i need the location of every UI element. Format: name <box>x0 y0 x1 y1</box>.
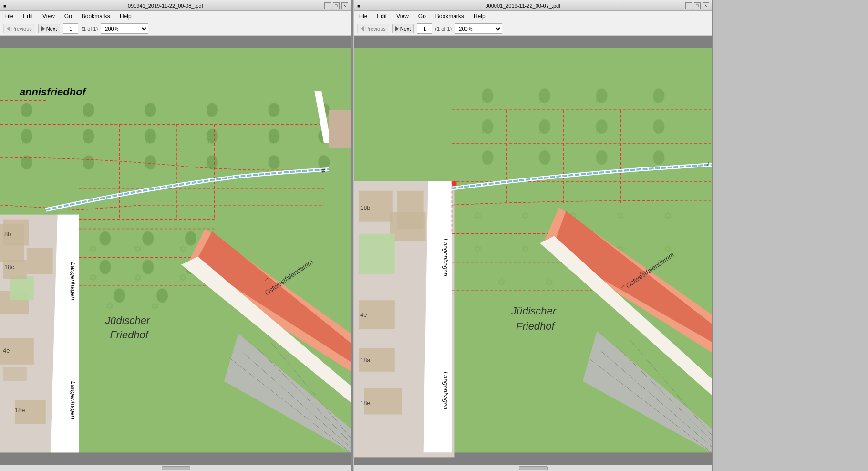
right-title-bar-left: ■ <box>357 3 361 9</box>
left-page-input[interactable] <box>63 23 78 34</box>
right-next-button[interactable]: Next <box>392 24 414 33</box>
svg-text:✡: ✡ <box>88 243 97 255</box>
svg-text:⊓: ⊓ <box>653 96 658 104</box>
svg-text:≠: ≠ <box>321 167 325 174</box>
right-padding <box>713 0 868 471</box>
right-scrollbar[interactable] <box>354 465 712 471</box>
right-prev-arrow-icon <box>361 26 364 31</box>
svg-text:4e: 4e <box>360 311 367 318</box>
svg-marker-83 <box>424 181 452 452</box>
svg-text:✡: ✡ <box>150 300 159 312</box>
left-scrollbar[interactable] <box>0 465 351 471</box>
left-toolbar: Previous Next (1 of 1) 200% 150% 100% 75… <box>0 21 351 36</box>
left-menu-help[interactable]: Help <box>118 12 134 21</box>
svg-rect-8 <box>10 276 34 300</box>
left-menu-go[interactable]: Go <box>62 12 74 21</box>
right-menu-go[interactable]: Go <box>416 12 428 21</box>
svg-text:⊓: ⊓ <box>482 127 487 135</box>
right-menu-file[interactable]: File <box>356 12 369 21</box>
svg-text:✡: ✡ <box>616 210 625 222</box>
left-zoom-select[interactable]: 200% 150% 100% 75% <box>101 23 148 34</box>
window-separator <box>351 0 353 471</box>
svg-text:Friedhof: Friedhof <box>110 329 149 341</box>
left-minimize-button[interactable]: _ <box>324 2 331 9</box>
svg-text:✡: ✡ <box>179 272 187 283</box>
svg-text:Langenhagen: Langenhagen <box>70 381 77 419</box>
svg-text:✡: ✡ <box>521 210 529 222</box>
right-pdf-window: ■ 000001_2019-11-22_00-07_.pdf _ □ × Fil… <box>354 0 713 471</box>
svg-rect-123 <box>452 181 456 186</box>
left-next-arrow-icon <box>41 26 45 31</box>
right-zoom-select[interactable]: 200% 150% 100% 75% <box>455 23 502 34</box>
right-map-svg: ⊓ ⊓ ⊓ ⊓ ⊓ ⊓ ⊓ ✡ ✡ ✡ ✡ ✡ ✡ ✡ ✡ ✡ ✡ <box>354 36 712 465</box>
svg-point-98 <box>653 119 664 134</box>
right-previous-button[interactable]: Previous <box>357 24 389 33</box>
svg-text:⊓: ⊓ <box>539 127 544 135</box>
left-previous-button[interactable]: Previous <box>3 24 35 33</box>
svg-point-30 <box>268 155 279 169</box>
svg-text:⊓: ⊓ <box>84 111 89 118</box>
svg-point-36 <box>142 260 154 274</box>
left-next-button[interactable]: Next <box>38 24 61 33</box>
right-map-content: ⊓ ⊓ ⊓ ⊓ ⊓ ⊓ ⊓ ✡ ✡ ✡ ✡ ✡ ✡ ✡ ✡ ✡ ✡ <box>354 36 712 465</box>
svg-point-101 <box>596 150 608 165</box>
svg-text:✡: ✡ <box>545 276 553 288</box>
left-previous-label: Previous <box>11 26 32 31</box>
left-menu-view[interactable]: View <box>41 12 57 21</box>
svg-rect-87 <box>359 234 395 274</box>
right-menu-view[interactable]: View <box>394 12 411 21</box>
right-close-button[interactable]: × <box>703 2 709 9</box>
svg-rect-12 <box>3 367 27 381</box>
right-maximize-button[interactable]: □ <box>694 2 701 9</box>
svg-text:✡: ✡ <box>473 243 482 255</box>
left-close-button[interactable]: × <box>341 2 348 9</box>
svg-text:8b: 8b <box>4 230 11 238</box>
right-page-input[interactable] <box>417 23 432 34</box>
left-menu-bookmarks[interactable]: Bookmarks <box>80 12 112 21</box>
svg-text:⊓: ⊓ <box>145 111 151 118</box>
svg-text:✡: ✡ <box>134 272 142 283</box>
svg-point-99 <box>482 150 493 165</box>
left-menu-file[interactable]: File <box>2 12 15 21</box>
right-title-bar: ■ 000001_2019-11-22_00-07_.pdf _ □ × <box>354 0 712 11</box>
svg-text:Jüdischer: Jüdischer <box>511 305 557 317</box>
svg-point-102 <box>653 150 664 165</box>
svg-rect-80 <box>329 110 351 148</box>
svg-text:18e: 18e <box>360 399 371 407</box>
left-menu-edit[interactable]: Edit <box>21 12 35 21</box>
svg-point-29 <box>207 155 218 169</box>
left-maximize-button[interactable]: □ <box>333 2 340 9</box>
svg-text:Friedhof: Friedhof <box>516 320 555 332</box>
right-next-label: Next <box>400 26 411 31</box>
right-scrollbar-thumb[interactable] <box>519 466 548 470</box>
svg-text:⊓: ⊓ <box>269 137 274 145</box>
svg-point-28 <box>145 155 156 169</box>
svg-text:annisfriedhof: annisfriedhof <box>20 86 87 98</box>
right-title-bar-right: _ □ × <box>685 2 709 9</box>
right-menu-bookmarks[interactable]: Bookmarks <box>434 12 466 21</box>
svg-point-27 <box>83 155 94 169</box>
left-window-icon: ■ <box>3 3 7 9</box>
right-menu-edit[interactable]: Edit <box>375 12 389 21</box>
svg-text:✡: ✡ <box>88 272 97 283</box>
left-scrollbar-thumb[interactable] <box>162 466 190 470</box>
svg-rect-5 <box>27 248 53 274</box>
svg-text:18c: 18c <box>4 263 14 271</box>
svg-text:⊓: ⊓ <box>539 96 544 104</box>
svg-text:⊓: ⊓ <box>207 111 213 118</box>
svg-point-35 <box>99 260 111 274</box>
svg-text:⊓: ⊓ <box>22 137 27 145</box>
svg-text:✡: ✡ <box>473 210 482 222</box>
right-minimize-button[interactable]: _ <box>685 2 692 9</box>
svg-rect-86 <box>390 212 426 241</box>
svg-text:⊓: ⊓ <box>596 96 601 104</box>
svg-text:Langenhagen: Langenhagen <box>70 262 77 300</box>
right-menu-help[interactable]: Help <box>472 12 487 21</box>
right-window-icon: ■ <box>357 3 361 9</box>
svg-text:✡: ✡ <box>663 210 672 222</box>
left-title-bar: ■ 091941_2019-11-22_00-08_.pdf _ □ × <box>0 0 351 11</box>
left-title-bar-right: _ □ × <box>324 2 348 9</box>
svg-text:Jüdischer: Jüdischer <box>104 314 151 326</box>
svg-point-33 <box>142 231 154 246</box>
svg-text:⊓: ⊓ <box>145 137 151 145</box>
